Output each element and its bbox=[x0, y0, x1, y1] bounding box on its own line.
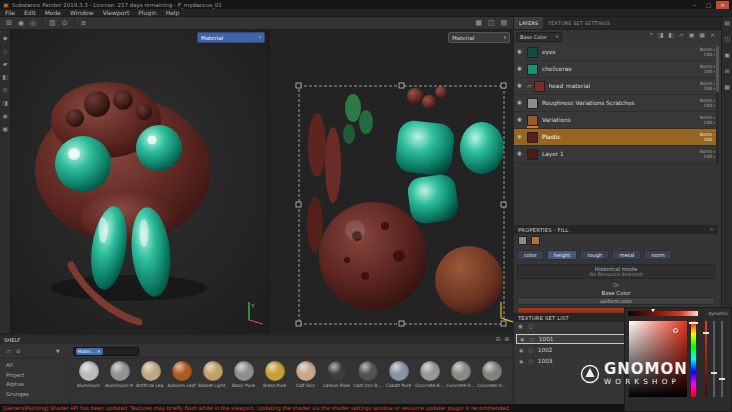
polygon-fill-tool-icon[interactable]: ◧ bbox=[2, 74, 8, 80]
visibility-eye-icon[interactable]: ◉ bbox=[519, 359, 523, 364]
dock-shader-icon[interactable]: ▦ bbox=[724, 84, 730, 90]
layer-meta[interactable]: Norm 100 bbox=[700, 64, 715, 75]
material-item[interactable]: Aluminium bbox=[74, 361, 103, 388]
material-item[interactable]: Cast Iron B... bbox=[353, 361, 382, 388]
dynamic-label[interactable]: dynamic bbox=[708, 311, 728, 316]
projection-tool-icon[interactable]: ▰ bbox=[3, 61, 8, 67]
dock-display-icon[interactable]: ▣ bbox=[724, 52, 730, 58]
add-paint-layer-icon[interactable]: ◧ bbox=[668, 32, 674, 38]
add-fill-layer-icon[interactable]: ◨ bbox=[658, 32, 664, 38]
visibility-eye-icon[interactable]: ◉ bbox=[517, 49, 527, 55]
material-item[interactable]: Calf Skin bbox=[291, 361, 320, 388]
menu-mode[interactable]: Mode bbox=[45, 9, 61, 16]
material-item[interactable]: Autumn Leaf bbox=[167, 361, 196, 388]
layer-row-plastic[interactable]: ◉ Plastic Norm 100 bbox=[514, 129, 718, 146]
dock-grid-icon[interactable]: ⊞ bbox=[504, 337, 509, 343]
lazy-mouse-icon[interactable]: ≡ bbox=[81, 20, 87, 27]
clone-tool-icon[interactable]: ◨ bbox=[2, 100, 8, 106]
visibility-eye-icon[interactable]: ◉ bbox=[517, 134, 527, 140]
tab-texture-set-settings[interactable]: TEXTURE SET SETTINGS bbox=[543, 17, 615, 29]
viewport-3d-mode-dropdown[interactable]: Material ▾ bbox=[197, 32, 265, 43]
blue-channel-slider[interactable] bbox=[721, 321, 723, 397]
menu-plugin[interactable]: Plugin bbox=[138, 9, 156, 16]
search-filter-chip[interactable]: Mater... × bbox=[76, 348, 103, 355]
minimize-button[interactable]: – bbox=[688, 1, 701, 9]
layer-row-eyes[interactable]: ◉ eyes Norm 100 bbox=[514, 44, 718, 61]
layer-meta[interactable]: Norm 100 bbox=[700, 132, 715, 143]
channel-filter-dropdown[interactable]: Base Color ▾ bbox=[516, 32, 562, 42]
shelf-header[interactable]: SHELF ⊟ ⊞ bbox=[0, 335, 513, 344]
material-item[interactable]: Brass Pure bbox=[260, 361, 289, 388]
add-resource-icon[interactable]: ▱ bbox=[6, 348, 11, 354]
layer-row-head-material[interactable]: ◉ ▱ head_material Norm 100 bbox=[514, 78, 718, 95]
layer-meta[interactable]: Norm 100 bbox=[700, 115, 715, 126]
category-alphas[interactable]: Alphas bbox=[6, 381, 69, 387]
render-mode-icon[interactable]: ▤ bbox=[500, 20, 507, 27]
collapse-panel-icon[interactable]: ⊟ bbox=[496, 337, 501, 343]
menu-edit[interactable]: Edit bbox=[24, 9, 36, 16]
blue-slider-handle[interactable] bbox=[719, 378, 725, 380]
dock-history-icon[interactable]: ⊞ bbox=[724, 68, 729, 74]
layer-row-roughness-variations[interactable]: ◉ Roughness Variations Scratches Norm 10… bbox=[514, 95, 718, 112]
layers-scrollbar[interactable] bbox=[716, 46, 719, 164]
menu-file[interactable]: File bbox=[5, 9, 15, 16]
layers-scrollbar-thumb[interactable] bbox=[716, 46, 719, 92]
quick-mask-tool-icon[interactable]: ▣ bbox=[2, 126, 8, 132]
tab-layers[interactable]: LAYERS bbox=[514, 17, 543, 29]
material-item[interactable]: Concrete B... bbox=[415, 361, 444, 388]
eraser-tool-icon[interactable]: ◇ bbox=[3, 48, 8, 54]
grid-snap-icon[interactable]: ▥ bbox=[49, 20, 56, 27]
channel-metal-button[interactable]: metal bbox=[612, 250, 641, 260]
value-marker[interactable] bbox=[651, 309, 655, 312]
material-item[interactable]: Concrete O... bbox=[477, 361, 506, 388]
paint-tool-icon[interactable]: ◆ bbox=[3, 35, 8, 41]
sv-cursor[interactable] bbox=[673, 328, 678, 333]
layer-opacity[interactable]: 100 bbox=[704, 120, 715, 125]
material-item[interactable]: Cobalt Pure bbox=[384, 361, 413, 388]
close-button[interactable]: × bbox=[716, 1, 729, 9]
green-channel-slider[interactable] bbox=[713, 321, 715, 397]
channel-rough-button[interactable]: rough bbox=[580, 250, 609, 260]
layer-opacity[interactable]: 100 bbox=[704, 52, 715, 57]
layer-opacity[interactable]: 100 bbox=[704, 86, 715, 91]
material-item[interactable]: Carbon Fiber bbox=[322, 361, 351, 388]
list-view-icon[interactable]: ≡ bbox=[16, 348, 21, 354]
visibility-eye-icon[interactable]: ◉ bbox=[517, 151, 527, 157]
menu-window[interactable]: Window bbox=[70, 9, 94, 16]
layer-row-chelicerae[interactable]: ◉ chelicerae Norm 100 bbox=[514, 61, 718, 78]
layer-opacity[interactable]: 100 bbox=[704, 154, 715, 159]
properties-header[interactable]: PROPERTIES - FILL × bbox=[514, 225, 718, 234]
layer-opacity[interactable]: 100 bbox=[704, 103, 715, 108]
hue-cursor[interactable] bbox=[689, 322, 698, 324]
chip-close-icon[interactable]: × bbox=[97, 348, 101, 355]
category-all[interactable]: All bbox=[6, 362, 69, 368]
layer-opacity[interactable]: 100 bbox=[704, 69, 715, 74]
dock-panel-icon[interactable]: ▤ bbox=[724, 20, 730, 26]
dock-toggle-icon[interactable]: ⊞ bbox=[6, 20, 12, 27]
stencil-icon[interactable]: ⊙ bbox=[62, 20, 68, 27]
add-smart-material-icon[interactable]: ▦ bbox=[699, 32, 705, 38]
visibility-eye-icon[interactable]: ◉ bbox=[519, 348, 523, 353]
close-panel-icon[interactable]: × bbox=[710, 227, 714, 232]
visibility-eye-icon[interactable]: ◉ bbox=[517, 117, 527, 123]
maximize-button[interactable]: □ bbox=[702, 1, 715, 9]
shelf-search-input[interactable]: Mater... × bbox=[73, 347, 139, 356]
layer-meta[interactable]: Norm 100 bbox=[700, 149, 715, 160]
material-item[interactable]: Aluminium P... bbox=[105, 361, 134, 388]
value-gradient-strip[interactable] bbox=[628, 311, 698, 316]
camera-settings-icon[interactable]: ◫ bbox=[488, 20, 495, 27]
visibility-eye-icon[interactable]: ◉ bbox=[517, 83, 527, 89]
viewport-3d[interactable]: Y bbox=[11, 30, 268, 333]
resource-mode-box[interactable]: Historical mode No Resource Selected bbox=[517, 264, 715, 279]
layer-meta[interactable]: Norm 100 bbox=[700, 81, 715, 92]
hue-slider[interactable] bbox=[691, 321, 696, 397]
channel-color-button[interactable]: color bbox=[517, 250, 544, 260]
layer-row-layer-1[interactable]: ◉ Layer 1 Norm 100 bbox=[514, 146, 718, 163]
green-slider-handle[interactable] bbox=[711, 372, 717, 374]
channel-norm-button[interactable]: norm bbox=[644, 250, 672, 260]
category-project[interactable]: Project bbox=[6, 372, 69, 378]
material-item[interactable]: Artificial Lea... bbox=[136, 361, 165, 388]
fill-material-icon[interactable] bbox=[518, 236, 527, 245]
add-effect-icon[interactable]: * bbox=[650, 32, 653, 38]
menu-viewport[interactable]: Viewport bbox=[103, 9, 130, 16]
